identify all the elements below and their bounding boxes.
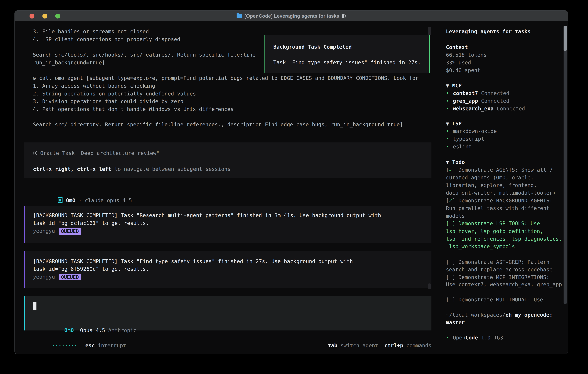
context-header: Context — [446, 43, 468, 51]
text-cursor — [33, 302, 36, 310]
input-model: Opus 4.5 — [80, 327, 105, 333]
todo-line: curated agents (OmO, oracle, — [446, 174, 534, 181]
todo-line-active: lsp_hover, lsp_goto_definition, — [446, 227, 543, 235]
todo-line: [ ] Demonstrate MCP INTEGRATIONS: — [446, 273, 549, 281]
gear-icon: ⚙ — [33, 75, 36, 81]
key-tab: tab — [328, 343, 337, 348]
message-meta: yeongyuQUEUED — [33, 273, 81, 281]
todo-line: search and replace across codebase — [446, 266, 553, 273]
status-dot-icon: • — [446, 135, 453, 143]
todo-line: Run parallel tasks with different — [446, 204, 549, 212]
oracle-task-icon — [33, 151, 37, 155]
window-title: [OpenCode] Leveraging agents for tasks — [244, 13, 339, 19]
chevron-down-icon: ▼ — [446, 159, 449, 165]
separator-dot — [75, 197, 79, 203]
context-tokens: 66,518 tokens — [446, 51, 487, 59]
zoom-button[interactable] — [55, 14, 60, 19]
todo-line: document-writer, multimodal-looker) — [446, 189, 556, 197]
status-dot-icon: • — [446, 97, 453, 105]
tool-call-line: 2. String operations on potentially unde… — [33, 90, 196, 98]
todo-line: [✓] Demonstrate BACKGROUND AGENTS: — [446, 197, 553, 205]
key-ctrlp-label: commands — [406, 343, 431, 348]
chat-scrollbar-thumb[interactable] — [428, 283, 431, 289]
agent-checkbox-icon — [58, 197, 63, 203]
minimize-button[interactable] — [42, 14, 47, 19]
todo-line: [ ] Demonstrate AST-GREP: Pattern — [446, 258, 549, 266]
workspace-branch: master — [446, 319, 465, 326]
chat-line: Search src/tools/, src/hooks/, src/featu… — [33, 51, 255, 59]
message-card: [BACKGROUND TASK COMPLETED] Task "Find t… — [24, 251, 431, 288]
todo-line: [ ] Demonstrate MULTIMODAL: Use — [446, 296, 543, 303]
sidebar-scrollbar-track[interactable] — [564, 26, 567, 304]
tool-call-line: 1. Array access without bounds checking — [33, 82, 155, 90]
chat-line: 3. File handles or streams not closed — [33, 28, 149, 35]
sidebar-scrollbar-thumb[interactable] — [564, 26, 567, 51]
keybar-right: tab switch agent ctrl+p commands — [297, 334, 431, 354]
input-statusline: OmO Opus 4.5 Anthropic — [33, 319, 136, 326]
mcp-item: •websearch_exa Connected — [446, 105, 525, 113]
opencode-window: [OpenCode] Leveraging agents for tasks 3… — [14, 10, 568, 354]
status-badge: QUEUED — [59, 274, 81, 280]
key-esc-label: interrupt — [98, 343, 126, 348]
message-line: [BACKGROUND TASK COMPLETED] Task "Resear… — [33, 211, 381, 219]
status-dot-icon: • — [446, 105, 453, 113]
toast-body: Task "Find type safety issues" finished … — [273, 59, 421, 66]
tool-call-line: 4. Path operations that don't handle Win… — [33, 105, 233, 113]
titlebar: [OpenCode] Leveraging agents for tasks — [15, 11, 568, 21]
key-esc: esc — [85, 343, 95, 348]
shortcut-keys: ctrl+x right, ctrl+x left — [33, 166, 111, 172]
context-spent: $0.46 spent — [446, 66, 480, 74]
agent-header: OmO · claude-opus-4-5 — [33, 189, 132, 197]
sidebar-session-title: Leveraging agents for tasks — [446, 28, 531, 35]
status-dot-icon: • — [446, 334, 453, 342]
todo-line: Use context7, websearch_exa, grep_app — [446, 280, 562, 288]
keybar: ········esc interrupt tab switch agent c… — [24, 334, 431, 342]
oracle-task-title: Oracle Task "Deep architecture review" — [33, 149, 159, 157]
toast-title: Background Task Completed — [273, 43, 352, 51]
todo-section-header[interactable]: ▼Todo — [446, 158, 465, 166]
key-ctrlp: ctrl+p — [384, 343, 403, 348]
traffic-lights — [30, 11, 60, 21]
input-agent-name: OmO — [64, 327, 74, 333]
message-author: yeongyu — [33, 274, 55, 280]
todo-line-active: [ ] Demonstrate LSP TOOLS: Use — [446, 219, 540, 227]
message-line: task_id="bg_6f59260c" to get results. — [33, 265, 149, 273]
version-line: •OpenCode 1.0.163 — [446, 334, 503, 342]
terminal-content: 3. File handles or streams not closed 4.… — [15, 21, 568, 354]
chat-scrollbar-thumb[interactable] — [428, 27, 431, 35]
lsp-item: •typescript — [446, 135, 484, 143]
folder-icon — [237, 14, 242, 18]
mcp-item: •grep_app Connected — [446, 97, 509, 105]
message-line: task_id="bg_dcfac161" to get results. — [33, 219, 149, 227]
status-badge: QUEUED — [59, 228, 81, 235]
prompt-input[interactable]: OmO Opus 4.5 Anthropic — [24, 296, 431, 331]
todo-line-active: lsp_workspace_symbols — [446, 242, 515, 250]
window-title-group: [OpenCode] Leveraging agents for tasks — [237, 13, 346, 19]
lsp-item: •markdown-oxide — [446, 127, 497, 135]
session-progress-icon — [342, 14, 346, 18]
agent-name: OmO — [66, 197, 75, 203]
chevron-down-icon: ▼ — [446, 121, 449, 126]
message-meta: yeongyuQUEUED — [33, 227, 81, 235]
context-used: 33% used — [446, 59, 471, 67]
message-line: [BACKGROUND TASK COMPLETED] Task "Find t… — [33, 258, 353, 265]
message-card: [BACKGROUND TASK COMPLETED] Task "Resear… — [24, 206, 431, 243]
oracle-task-hint: ctrl+x right, ctrl+x left to navigate be… — [33, 165, 231, 173]
close-button[interactable] — [30, 14, 34, 19]
chat-line: 4. LSP client connections not properly d… — [33, 35, 180, 43]
background-task-toast: Background Task Completed Task "Find typ… — [264, 35, 430, 73]
status-dot-icon: • — [446, 89, 453, 97]
lsp-section-header[interactable]: ▼LSP — [446, 120, 462, 128]
todo-line: [✓] Demonstrate AGENTS: Show all 7 — [446, 166, 553, 174]
mcp-section-header[interactable]: ▼MCP — [446, 82, 462, 90]
input-provider: Anthropic — [108, 327, 136, 333]
agent-model: claude-opus-4-5 — [85, 197, 132, 203]
tool-call-line: ⚙ call_omo_agent [subagent_type=explore,… — [33, 74, 419, 82]
todo-line: librarian, explore, frontend, — [446, 181, 537, 189]
key-tab-label: switch agent — [340, 343, 378, 348]
oracle-task-card[interactable]: Oracle Task "Deep architecture review" c… — [24, 143, 431, 178]
tool-call-line: 3. Division operations that could divide… — [33, 97, 183, 105]
chat-line: run_in_background=true] — [33, 59, 105, 67]
todo-line: models — [446, 212, 465, 220]
status-dot-icon: • — [446, 127, 453, 135]
